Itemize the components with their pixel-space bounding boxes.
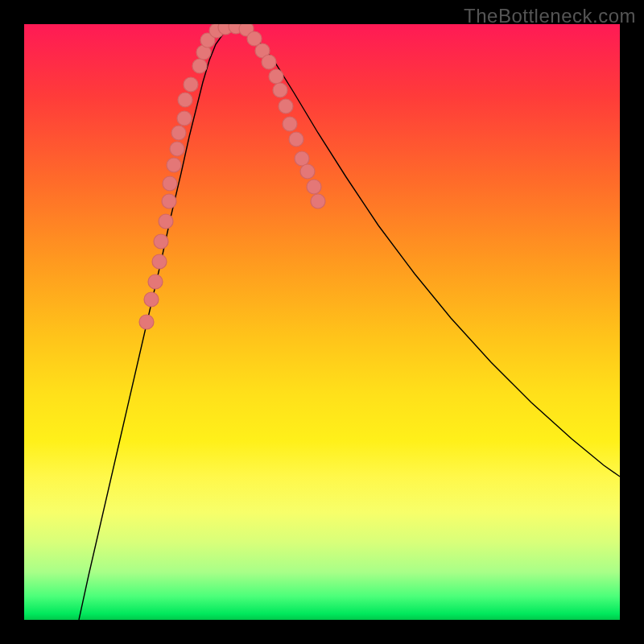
bottleneck-curve — [79, 27, 620, 620]
watermark-text: TheBottleneck.com — [464, 5, 636, 27]
chart-frame: TheBottleneck.com — [0, 0, 644, 644]
marker-dot — [311, 194, 325, 208]
marker-dot — [163, 176, 177, 191]
marker-dot — [262, 55, 276, 69]
marker-dot — [162, 194, 176, 208]
marker-dot — [300, 164, 315, 179]
marker-dot — [307, 180, 321, 194]
marker-dot — [192, 59, 207, 73]
marker-dot — [184, 77, 198, 92]
marker-dot — [159, 214, 173, 229]
marker-dot — [273, 83, 287, 97]
marker-dot — [177, 111, 192, 126]
marker-dot — [167, 158, 181, 172]
marker-dot — [279, 99, 293, 114]
curve-layer — [24, 24, 620, 620]
plot-area — [24, 24, 620, 620]
marker-dot — [171, 126, 186, 140]
marker-dot — [170, 142, 184, 156]
marker-dot — [283, 117, 297, 131]
marker-dot — [139, 315, 154, 329]
marker-dot — [154, 234, 168, 249]
marker-dots — [139, 24, 325, 329]
marker-dot — [178, 93, 192, 107]
marker-dot — [269, 69, 283, 84]
marker-dot — [144, 292, 159, 307]
marker-dot — [152, 254, 167, 269]
marker-dot — [289, 132, 303, 147]
marker-dot — [148, 275, 163, 289]
marker-dot — [295, 151, 309, 166]
